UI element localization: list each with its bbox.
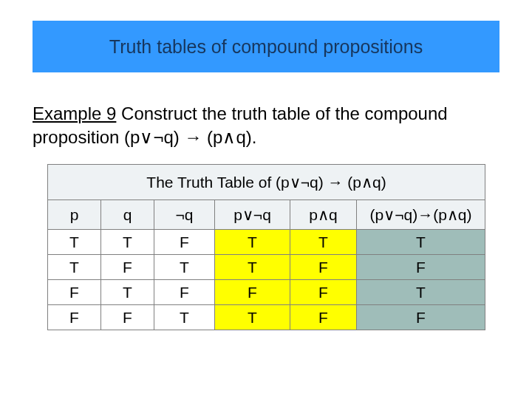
cell: T xyxy=(215,255,290,280)
cell: T xyxy=(215,230,290,255)
cell: T xyxy=(48,230,101,255)
cell: F xyxy=(101,255,154,280)
cell: T xyxy=(357,280,485,305)
example-label: Example 9 xyxy=(33,103,116,123)
cell: F xyxy=(357,305,485,330)
col-header-p: p xyxy=(48,200,101,230)
cell: T xyxy=(357,230,485,255)
table-caption: The Truth Table of (p∨¬q) → (p∧q) xyxy=(48,165,485,200)
cell: T xyxy=(48,255,101,280)
cell: T xyxy=(101,280,154,305)
table-row: F T F F F T xyxy=(48,280,485,305)
col-header-full: (p∨¬q)→(p∧q) xyxy=(357,200,485,230)
cell: F xyxy=(290,305,357,330)
cell: F xyxy=(215,280,290,305)
table-row: F F T T F F xyxy=(48,305,485,330)
cell: F xyxy=(48,280,101,305)
cell: T xyxy=(101,230,154,255)
cell: F xyxy=(357,255,485,280)
slide-title: Truth tables of compound propositions xyxy=(109,36,423,58)
truth-table-grid: The Truth Table of (p∨¬q) → (p∧q) p q ¬q… xyxy=(47,164,485,330)
table-caption-row: The Truth Table of (p∨¬q) → (p∧q) xyxy=(48,165,485,200)
col-header-notq: ¬q xyxy=(154,200,215,230)
table-header-row: p q ¬q p∨¬q p∧q (p∨¬q)→(p∧q) xyxy=(48,200,485,230)
truth-table: The Truth Table of (p∨¬q) → (p∧q) p q ¬q… xyxy=(47,164,485,330)
cell: F xyxy=(154,280,215,305)
col-header-q: q xyxy=(101,200,154,230)
cell: F xyxy=(154,230,215,255)
table-row: T F T T F F xyxy=(48,255,485,280)
cell: F xyxy=(48,305,101,330)
col-header-pandq: p∧q xyxy=(290,200,357,230)
slide-title-band: Truth tables of compound propositions xyxy=(33,21,499,72)
cell: T xyxy=(154,305,215,330)
cell: T xyxy=(215,305,290,330)
cell: F xyxy=(290,280,357,305)
example-text-block: Example 9 Construct the truth table of t… xyxy=(33,102,499,150)
cell: F xyxy=(101,305,154,330)
cell: T xyxy=(154,255,215,280)
table-row: T T F T T T xyxy=(48,230,485,255)
col-header-pvnotq: p∨¬q xyxy=(215,200,290,230)
cell: F xyxy=(290,255,357,280)
cell: T xyxy=(290,230,357,255)
